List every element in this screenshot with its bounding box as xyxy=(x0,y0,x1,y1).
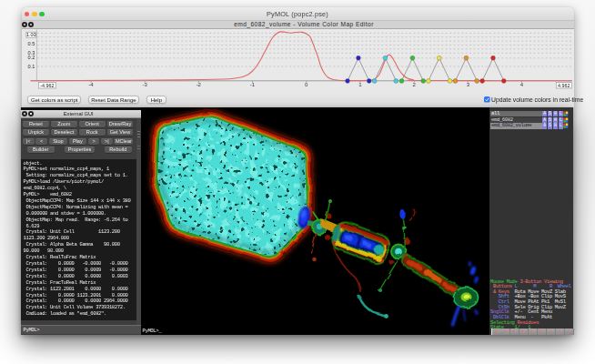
svg-text:1.00: 1.00 xyxy=(25,32,35,37)
svg-text:2: 2 xyxy=(412,82,416,87)
svg-text:4.962: 4.962 xyxy=(558,82,570,87)
svg-text:1: 1 xyxy=(358,82,362,87)
svg-text:-4: -4 xyxy=(88,82,94,87)
svg-text:-3: -3 xyxy=(142,82,147,87)
svg-text:-1: -1 xyxy=(249,82,255,87)
svg-text:0: 0 xyxy=(305,82,308,87)
svg-text:3: 3 xyxy=(466,82,469,87)
svg-text:0.2: 0.2 xyxy=(27,55,35,60)
svg-text:-2: -2 xyxy=(196,82,201,87)
svg-text:0.1: 0.1 xyxy=(27,63,35,68)
svg-text:4: 4 xyxy=(519,82,523,87)
svg-text:0.5: 0.5 xyxy=(27,41,35,46)
svg-text:-4.962: -4.962 xyxy=(40,82,54,87)
